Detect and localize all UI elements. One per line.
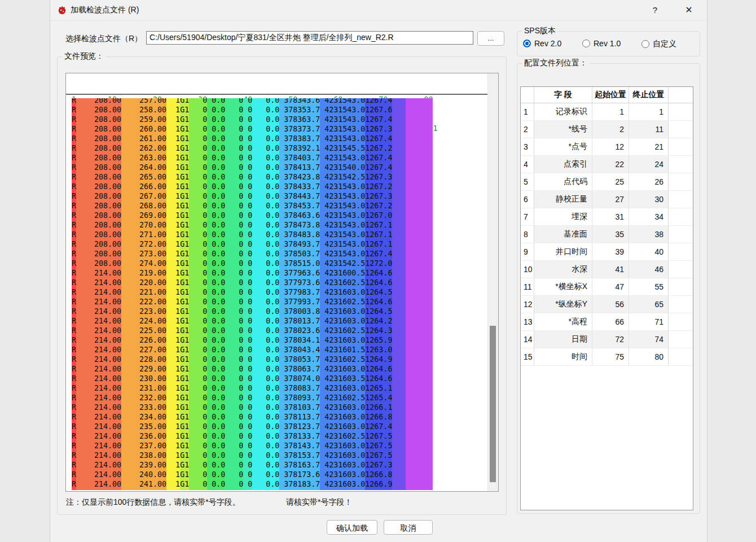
preview-row: R 208.00 273.00 1G1 0 0.0 0 0 0.0 378503… [72,249,488,259]
row-number-cell: 4 [521,156,534,173]
start-position-cell[interactable]: 75 [592,348,629,365]
end-position-cell[interactable]: 46 [629,261,669,278]
preview-row: R 214.00 240.00 1G1 0 0.0 0 0 0.0 378173… [72,470,488,479]
field-position-row[interactable]: 11*横坐标X4755 [521,278,693,296]
field-position-row[interactable]: 10水深4146 [521,261,693,278]
end-position-cell[interactable]: 24 [629,156,669,173]
end-position-cell[interactable]: 74 [629,331,669,348]
field-name-cell[interactable]: 点索引 [534,156,592,173]
field-name-cell[interactable]: *横坐标X [534,278,592,295]
preview-row: R 214.00 222.00 1G1 0 0.0 0 0 0.0 377993… [72,297,488,307]
start-position-cell[interactable]: 56 [592,296,629,313]
start-position-cell[interactable]: 31 [592,208,629,225]
field-position-row[interactable]: 14日期7274 [521,331,693,348]
help-button[interactable]: ? [646,3,664,18]
field-name-cell[interactable]: 日期 [534,331,592,348]
scrollbar-thumb[interactable] [490,326,496,482]
start-position-cell[interactable]: 39 [592,243,629,260]
radio-selected-icon[interactable] [523,40,531,47]
field-position-row[interactable]: 3*点号1221 [521,138,693,156]
column-config-group-title: 配置文件列位置： [522,58,590,68]
column-ruler: 1 10 20 30 40 50 60 70 80 12345678901234… [66,73,498,95]
preview-row: R 214.00 236.00 1G1 0 0.0 0 0 0.0 378133… [72,431,488,441]
row-number-cell: 9 [521,243,534,260]
preview-row: R 214.00 238.00 1G1 0 0.0 0 0 0.0 378153… [72,451,488,460]
end-position-cell[interactable]: 38 [629,226,669,243]
field-name-cell[interactable]: 水深 [534,261,592,278]
start-position-cell[interactable]: 22 [592,156,629,173]
field-name-cell[interactable]: *高程 [534,313,592,330]
field-position-row[interactable]: 12*纵坐标Y5665 [521,296,693,313]
field-position-row[interactable]: 1记录标识11 [521,103,693,121]
end-position-cell[interactable]: 34 [629,208,669,225]
browse-button[interactable]: ... [477,31,504,46]
sps-radio-rev-2.0[interactable]: Rev 2.0 [523,39,561,48]
table-header-cell: 终止位置 [629,87,669,103]
row-number-cell: 12 [521,296,534,313]
sps-version-options: Rev 2.0Rev 1.0自定义 [517,32,700,56]
preview-data-rows: R 208.00 257.00 1G1 0 0.0 0 0 0.0 378343… [66,98,488,489]
end-position-cell[interactable]: 1 [629,103,669,120]
start-position-cell[interactable]: 1 [592,103,629,120]
row-number-cell: 14 [521,331,534,348]
cancel-button[interactable]: 取消 [384,520,433,535]
row-number-cell: 11 [521,278,534,295]
start-position-cell[interactable]: 12 [592,138,629,155]
vertical-scrollbar[interactable] [487,73,498,491]
end-position-cell[interactable]: 55 [629,278,669,295]
field-position-row[interactable]: 4点索引2224 [521,156,693,173]
field-position-row[interactable]: 9井口时间3940 [521,243,693,261]
start-position-cell[interactable]: 72 [592,331,629,348]
preview-row: R 208.00 270.00 1G1 0 0.0 0 0 0.0 378473… [72,220,488,230]
preview-row: R 214.00 225.00 1G1 0 0.0 0 0 0.0 378023… [72,326,488,335]
field-name-cell[interactable]: 记录标识 [534,103,592,120]
field-position-row[interactable]: 15时间7580 [521,348,693,366]
field-position-row[interactable]: 6静校正量2730 [521,191,693,208]
close-button[interactable]: ✕ [680,3,698,18]
field-position-row[interactable]: 7埋深3134 [521,208,693,226]
end-position-cell[interactable]: 40 [629,243,669,260]
start-position-cell[interactable]: 41 [592,261,629,278]
end-position-cell[interactable]: 11 [629,121,669,138]
end-position-cell[interactable]: 30 [629,191,669,208]
start-position-cell[interactable]: 2 [592,121,629,138]
column-config-group: 配置文件列位置： 字 段起始位置终止位置 1记录标识112*线号2113*点号1… [517,63,700,514]
file-path-input[interactable] [146,31,473,45]
preview-row: R 208.00 269.00 1G1 0 0.0 0 0 0.0 378463… [72,211,488,220]
end-position-cell[interactable]: 71 [629,313,669,330]
confirm-load-button[interactable]: 确认加载 [327,520,377,535]
field-position-row[interactable]: 13*高程6671 [521,313,693,331]
preview-row: R 214.00 227.00 1G1 0 0.0 0 0 0.0 378043… [72,345,488,355]
sps-radio-自定义[interactable]: 自定义 [641,39,676,49]
field-name-cell[interactable]: *点号 [534,138,592,155]
table-body: 1记录标识112*线号2113*点号12214点索引22245点代码25266静… [521,103,693,366]
radio-unselected-icon[interactable] [641,40,649,48]
start-position-cell[interactable]: 66 [592,313,629,330]
field-name-cell[interactable]: 基准面 [534,226,592,243]
preview-row: R 214.00 228.00 1G1 0 0.0 0 0 0.0 378053… [72,355,488,364]
end-position-cell[interactable]: 26 [629,173,669,190]
field-name-cell[interactable]: 静校正量 [534,191,592,208]
end-position-cell[interactable]: 80 [629,348,669,365]
row-number-cell: 3 [521,138,534,155]
preview-row: R 214.00 223.00 1G1 0 0.0 0 0 0.0 378003… [72,307,488,316]
field-position-row[interactable]: 5点代码2526 [521,173,693,191]
start-position-cell[interactable]: 25 [592,173,629,190]
field-name-cell[interactable]: 点代码 [534,173,592,190]
preview-row: R 208.00 257.00 1G1 0 0.0 0 0 0.0 378343… [72,98,488,105]
field-name-cell[interactable]: *线号 [534,121,592,138]
end-position-cell[interactable]: 21 [629,138,669,155]
field-name-cell[interactable]: 埋深 [534,208,592,225]
radio-unselected-icon[interactable] [582,40,590,47]
sps-radio-rev-1.0[interactable]: Rev 1.0 [582,39,621,48]
field-name-cell[interactable]: 井口时间 [534,243,592,260]
field-position-row[interactable]: 2*线号211 [521,121,693,138]
start-position-cell[interactable]: 27 [592,191,629,208]
start-position-cell[interactable]: 35 [592,226,629,243]
title-bar: 加载检波点文件 (R) ? ✕ [50,0,707,21]
field-name-cell[interactable]: *纵坐标Y [534,296,592,313]
field-name-cell[interactable]: 时间 [534,348,592,365]
field-position-row[interactable]: 8基准面3538 [521,226,693,243]
start-position-cell[interactable]: 47 [592,278,629,295]
end-position-cell[interactable]: 65 [629,296,669,313]
